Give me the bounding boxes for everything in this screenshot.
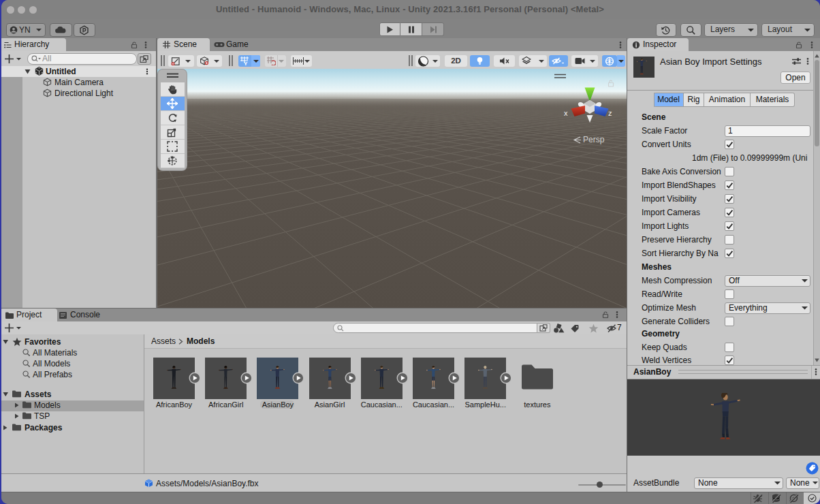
svg-text:z: z xyxy=(608,109,612,117)
svg-text:y: y xyxy=(588,78,592,86)
svg-text:x: x xyxy=(564,109,568,117)
svg-text:Y: Y xyxy=(244,61,248,66)
